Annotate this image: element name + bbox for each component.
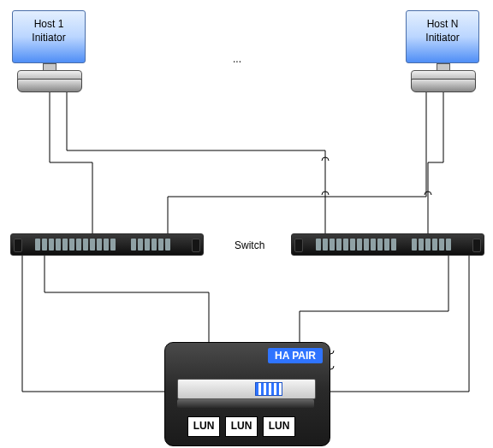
host-1-line2: Initiator (13, 32, 85, 45)
drive-row (177, 399, 314, 408)
host-n-screen: Host N Initiator (406, 10, 479, 63)
psu-icon (192, 239, 200, 252)
switch-label: Switch (235, 239, 264, 251)
netapp-logo-icon (255, 382, 282, 396)
storage-ha-pair: HA PAIR LUN LUN LUN (164, 342, 330, 446)
host-n-line1: Host N (407, 18, 478, 32)
keyboard (411, 79, 476, 92)
keyboard (17, 79, 82, 92)
port-cluster (412, 239, 451, 251)
switch-right (291, 233, 484, 256)
ha-pair-badge: HA PAIR (268, 348, 323, 363)
host-1: Host 1 Initiator (12, 10, 87, 92)
host-n: Host N Initiator (406, 10, 481, 92)
psu-icon (14, 239, 22, 252)
host-1-screen: Host 1 Initiator (12, 10, 86, 63)
port-cluster (131, 239, 170, 251)
switch-left (10, 233, 204, 256)
port-cluster (316, 239, 396, 251)
ellipsis: ... (233, 53, 241, 65)
host-1-line1: Host 1 (13, 18, 85, 32)
lun-box: LUN (225, 416, 258, 437)
psu-icon (294, 239, 303, 252)
lun-box: LUN (263, 416, 295, 437)
psu-icon (472, 239, 481, 252)
lun-box: LUN (187, 416, 220, 437)
controller-module (177, 379, 316, 399)
host-n-line2: Initiator (407, 32, 478, 45)
port-cluster (35, 239, 116, 251)
lun-row: LUN LUN LUN (187, 416, 295, 437)
